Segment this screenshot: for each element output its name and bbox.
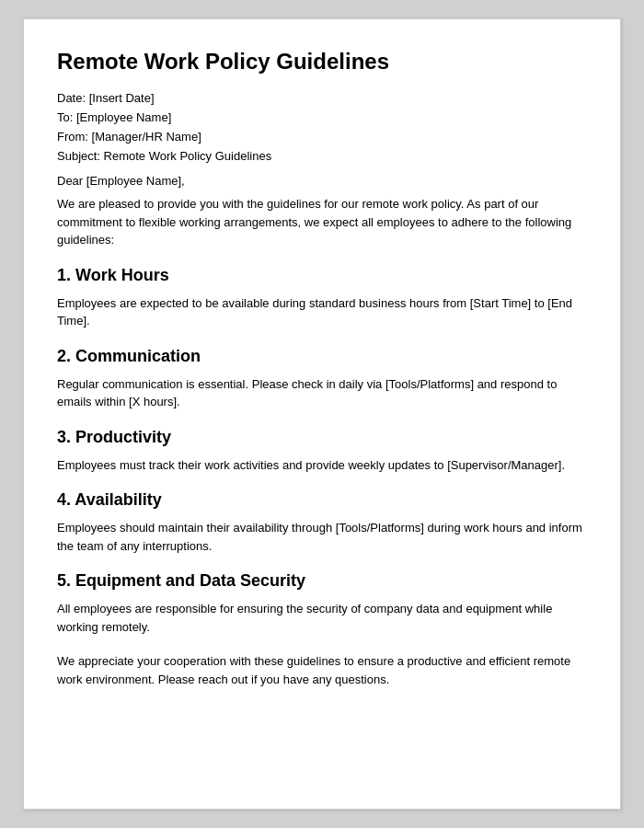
section-3-body: Employees must track their work activiti…	[57, 456, 587, 475]
document-title: Remote Work Policy Guidelines	[57, 49, 587, 75]
meta-subject: Subject: Remote Work Policy Guidelines	[57, 149, 587, 163]
section-3-heading: 3. Productivity	[57, 428, 587, 447]
section-5-body: All employees are responsible for ensuri…	[57, 600, 587, 636]
closing-paragraph: We appreciate your cooperation with thes…	[57, 652, 587, 688]
section-4-heading: 4. Availability	[57, 490, 587, 510]
meta-to: To: [Employee Name]	[57, 110, 587, 124]
section-1-heading: 1. Work Hours	[57, 266, 587, 285]
section-1-body: Employees are expected to be available d…	[57, 294, 587, 330]
section-2-heading: 2. Communication	[57, 347, 587, 366]
section-5-heading: 5. Equipment and Data Security	[57, 571, 587, 591]
greeting-line: Dear [Employee Name],	[57, 174, 587, 188]
intro-paragraph: We are pleased to provide you with the g…	[57, 195, 587, 249]
meta-date: Date: [Insert Date]	[57, 91, 587, 105]
meta-from: From: [Manager/HR Name]	[57, 130, 587, 144]
document-container: Remote Work Policy Guidelines Date: [Ins…	[23, 18, 621, 810]
section-4-body: Employees should maintain their availabi…	[57, 519, 587, 555]
section-2-body: Regular communication is essential. Plea…	[57, 375, 587, 411]
